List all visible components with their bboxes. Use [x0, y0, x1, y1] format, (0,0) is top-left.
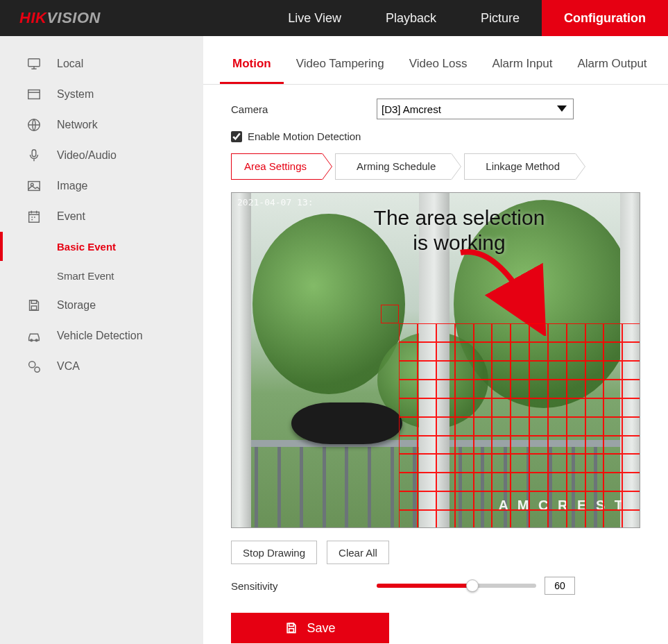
sidebar-sub-smart-event[interactable]: Smart Event: [0, 261, 203, 290]
main: Local System Network Video/Audio Image E…: [0, 36, 668, 644]
svg-rect-8: [31, 306, 36, 310]
sidebar-storage-label: Storage: [57, 299, 96, 312]
topbar: HIKVISION Live View Playback Picture Con…: [0, 0, 668, 36]
arrow-icon: [454, 239, 551, 336]
logo-vision: VISION: [46, 9, 101, 26]
topnav: Live View Playback Picture Configuration: [266, 0, 668, 36]
sidebar-event-label: Event: [57, 210, 85, 223]
nav-configuration[interactable]: Configuration: [542, 0, 668, 36]
save-icon: [26, 298, 57, 313]
svg-point-12: [35, 367, 40, 372]
enable-motion-checkbox[interactable]: [231, 131, 242, 142]
nav-playback[interactable]: Playback: [363, 0, 459, 36]
sensitivity-label: Sensitivity: [231, 580, 377, 592]
sidebar-item-video-audio[interactable]: Video/Audio: [0, 140, 203, 171]
mic-icon: [26, 148, 57, 163]
sidebar-item-system[interactable]: System: [0, 79, 203, 110]
sensitivity-row: Sensitivity: [231, 577, 640, 595]
sidebar-vehicle-label: Vehicle Detection: [57, 330, 143, 342]
svg-rect-7: [31, 300, 36, 304]
sidebar-video-audio-label: Video/Audio: [57, 149, 117, 162]
slider-thumb[interactable]: [466, 579, 479, 592]
enable-motion-label: Enable Motion Detection: [248, 130, 361, 142]
camera-select[interactable]: [D3] Amcrest: [377, 99, 574, 119]
svg-point-11: [29, 362, 35, 368]
slider-fill: [377, 584, 472, 588]
logo: HIKVISION: [0, 9, 120, 27]
stop-drawing-button[interactable]: Stop Drawing: [231, 541, 317, 564]
subtab-alarm-input[interactable]: Alarm Input: [479, 44, 565, 84]
window-icon: [26, 87, 57, 102]
subtab-video-tampering[interactable]: Video Tampering: [284, 44, 397, 84]
panel: Camera [D3] Amcrest Enable Motion Detect…: [203, 85, 668, 644]
svg-rect-13: [289, 623, 294, 626]
sensitivity-slider[interactable]: [377, 579, 536, 593]
sidebar-item-vca[interactable]: VCA: [0, 351, 203, 382]
camera-select-wrap: [D3] Amcrest: [377, 99, 574, 119]
sidebar-system-label: System: [57, 88, 94, 101]
camera-row: Camera [D3] Amcrest: [231, 99, 640, 119]
globe-icon: [26, 117, 57, 133]
subtab-alarm-output[interactable]: Alarm Output: [565, 44, 659, 84]
enable-motion-row[interactable]: Enable Motion Detection: [231, 130, 640, 142]
logo-hik: HIK: [19, 9, 46, 26]
sidebar-network-label: Network: [57, 119, 98, 131]
nav-live-view[interactable]: Live View: [266, 0, 363, 36]
annotation-line1: The area selection: [374, 206, 545, 229]
sidebar-item-event[interactable]: Event: [0, 201, 203, 232]
step-linkage-method[interactable]: Linkage Method: [464, 153, 576, 180]
sidebar: Local System Network Video/Audio Image E…: [0, 36, 203, 644]
clear-all-button[interactable]: Clear All: [327, 541, 389, 564]
step-tabs: Area Settings Arming Schedule Linkage Me…: [231, 153, 640, 180]
sidebar-image-label: Image: [57, 180, 87, 192]
subtabs: Motion Video Tampering Video Loss Alarm …: [203, 44, 668, 85]
camera-preview[interactable]: 2021-04-07 13: The area selection is wor…: [231, 192, 640, 528]
svg-rect-1: [28, 90, 40, 99]
sidebar-vca-label: VCA: [57, 360, 80, 373]
step-area-settings[interactable]: Area Settings: [231, 153, 323, 180]
sidebar-item-local[interactable]: Local: [0, 49, 203, 79]
content: Motion Video Tampering Video Loss Alarm …: [203, 36, 668, 644]
camera-brand-logo: A M C R E S T: [499, 498, 626, 514]
sidebar-item-vehicle-detection[interactable]: Vehicle Detection: [0, 321, 203, 351]
subtab-motion[interactable]: Motion: [220, 44, 284, 84]
monitor-icon: [26, 56, 57, 71]
nav-picture[interactable]: Picture: [459, 0, 542, 36]
svg-rect-0: [28, 59, 40, 67]
subtab-video-loss[interactable]: Video Loss: [397, 44, 480, 84]
sidebar-item-image[interactable]: Image: [0, 171, 203, 201]
sidebar-item-network[interactable]: Network: [0, 110, 203, 140]
drawing-buttons: Stop Drawing Clear All: [231, 541, 640, 564]
sidebar-sub-basic-event[interactable]: Basic Event: [0, 232, 203, 261]
step-arming-schedule[interactable]: Arming Schedule: [335, 153, 452, 180]
sidebar-item-storage[interactable]: Storage: [0, 290, 203, 321]
calendar-icon: [26, 209, 57, 224]
sidebar-local-label: Local: [57, 58, 83, 70]
save-icon: [284, 621, 298, 635]
svg-rect-14: [289, 629, 294, 632]
image-icon: [26, 178, 57, 194]
car-icon: [26, 328, 57, 344]
save-label: Save: [307, 621, 335, 636]
camera-label: Camera: [231, 103, 377, 115]
sensitivity-input[interactable]: [545, 577, 575, 595]
save-button[interactable]: Save: [231, 613, 389, 643]
svg-rect-4: [28, 182, 40, 191]
svg-rect-3: [32, 150, 36, 157]
vca-icon: [26, 359, 57, 374]
